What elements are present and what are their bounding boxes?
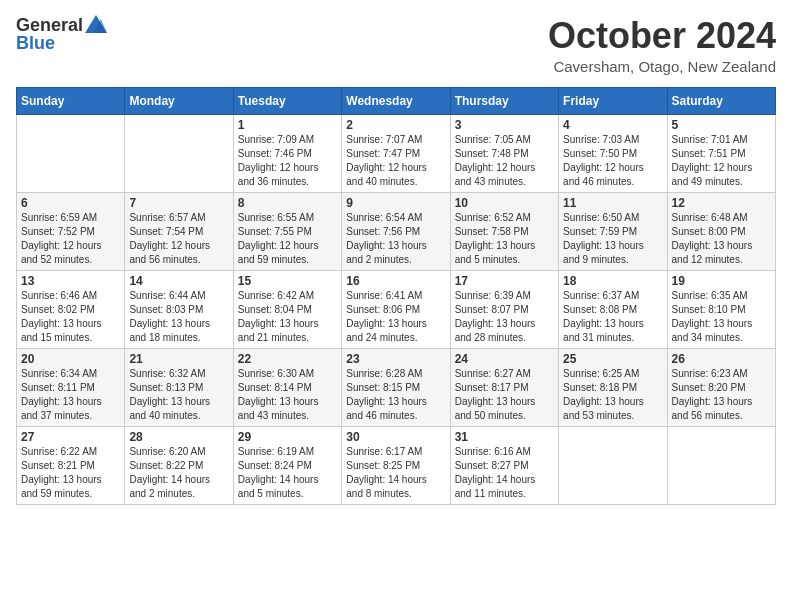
day-number: 19: [672, 274, 771, 288]
calendar-day-cell: 20Sunrise: 6:34 AM Sunset: 8:11 PM Dayli…: [17, 348, 125, 426]
logo-icon: [85, 15, 107, 33]
day-number: 27: [21, 430, 120, 444]
day-number: 15: [238, 274, 337, 288]
day-number: 7: [129, 196, 228, 210]
day-info: Sunrise: 6:42 AM Sunset: 8:04 PM Dayligh…: [238, 289, 337, 345]
calendar-day-cell: 14Sunrise: 6:44 AM Sunset: 8:03 PM Dayli…: [125, 270, 233, 348]
day-number: 21: [129, 352, 228, 366]
calendar-body: 1Sunrise: 7:09 AM Sunset: 7:46 PM Daylig…: [17, 114, 776, 504]
weekday-header-cell: Tuesday: [233, 87, 341, 114]
calendar-day-cell: 11Sunrise: 6:50 AM Sunset: 7:59 PM Dayli…: [559, 192, 667, 270]
calendar-day-cell: 29Sunrise: 6:19 AM Sunset: 8:24 PM Dayli…: [233, 426, 341, 504]
calendar-day-cell: 12Sunrise: 6:48 AM Sunset: 8:00 PM Dayli…: [667, 192, 775, 270]
day-info: Sunrise: 6:41 AM Sunset: 8:06 PM Dayligh…: [346, 289, 445, 345]
logo: General Blue: [16, 16, 107, 52]
calendar-day-cell: 25Sunrise: 6:25 AM Sunset: 8:18 PM Dayli…: [559, 348, 667, 426]
day-info: Sunrise: 6:25 AM Sunset: 8:18 PM Dayligh…: [563, 367, 662, 423]
calendar-day-cell: 1Sunrise: 7:09 AM Sunset: 7:46 PM Daylig…: [233, 114, 341, 192]
calendar-day-cell: 17Sunrise: 6:39 AM Sunset: 8:07 PM Dayli…: [450, 270, 558, 348]
day-info: Sunrise: 6:23 AM Sunset: 8:20 PM Dayligh…: [672, 367, 771, 423]
calendar-day-cell: 15Sunrise: 6:42 AM Sunset: 8:04 PM Dayli…: [233, 270, 341, 348]
day-number: 2: [346, 118, 445, 132]
calendar-day-cell: [17, 114, 125, 192]
day-number: 18: [563, 274, 662, 288]
day-info: Sunrise: 6:35 AM Sunset: 8:10 PM Dayligh…: [672, 289, 771, 345]
calendar-day-cell: 22Sunrise: 6:30 AM Sunset: 8:14 PM Dayli…: [233, 348, 341, 426]
calendar-day-cell: 28Sunrise: 6:20 AM Sunset: 8:22 PM Dayli…: [125, 426, 233, 504]
day-number: 13: [21, 274, 120, 288]
day-number: 23: [346, 352, 445, 366]
day-number: 14: [129, 274, 228, 288]
day-info: Sunrise: 6:20 AM Sunset: 8:22 PM Dayligh…: [129, 445, 228, 501]
day-number: 8: [238, 196, 337, 210]
day-number: 16: [346, 274, 445, 288]
day-info: Sunrise: 6:30 AM Sunset: 8:14 PM Dayligh…: [238, 367, 337, 423]
month-title: October 2024: [548, 16, 776, 56]
day-info: Sunrise: 7:05 AM Sunset: 7:48 PM Dayligh…: [455, 133, 554, 189]
day-info: Sunrise: 6:28 AM Sunset: 8:15 PM Dayligh…: [346, 367, 445, 423]
weekday-header-cell: Saturday: [667, 87, 775, 114]
calendar-day-cell: 6Sunrise: 6:59 AM Sunset: 7:52 PM Daylig…: [17, 192, 125, 270]
calendar-day-cell: 8Sunrise: 6:55 AM Sunset: 7:55 PM Daylig…: [233, 192, 341, 270]
logo-blue-text: Blue: [16, 34, 55, 52]
day-info: Sunrise: 6:16 AM Sunset: 8:27 PM Dayligh…: [455, 445, 554, 501]
weekday-header-row: SundayMondayTuesdayWednesdayThursdayFrid…: [17, 87, 776, 114]
day-info: Sunrise: 6:44 AM Sunset: 8:03 PM Dayligh…: [129, 289, 228, 345]
day-info: Sunrise: 6:57 AM Sunset: 7:54 PM Dayligh…: [129, 211, 228, 267]
calendar-day-cell: [125, 114, 233, 192]
weekday-header-cell: Friday: [559, 87, 667, 114]
calendar-day-cell: 27Sunrise: 6:22 AM Sunset: 8:21 PM Dayli…: [17, 426, 125, 504]
day-info: Sunrise: 6:17 AM Sunset: 8:25 PM Dayligh…: [346, 445, 445, 501]
day-info: Sunrise: 6:39 AM Sunset: 8:07 PM Dayligh…: [455, 289, 554, 345]
day-info: Sunrise: 7:01 AM Sunset: 7:51 PM Dayligh…: [672, 133, 771, 189]
calendar-week-row: 20Sunrise: 6:34 AM Sunset: 8:11 PM Dayli…: [17, 348, 776, 426]
calendar-week-row: 6Sunrise: 6:59 AM Sunset: 7:52 PM Daylig…: [17, 192, 776, 270]
weekday-header-cell: Sunday: [17, 87, 125, 114]
day-number: 6: [21, 196, 120, 210]
calendar-day-cell: 7Sunrise: 6:57 AM Sunset: 7:54 PM Daylig…: [125, 192, 233, 270]
day-number: 28: [129, 430, 228, 444]
calendar-day-cell: 5Sunrise: 7:01 AM Sunset: 7:51 PM Daylig…: [667, 114, 775, 192]
calendar-day-cell: 16Sunrise: 6:41 AM Sunset: 8:06 PM Dayli…: [342, 270, 450, 348]
day-number: 26: [672, 352, 771, 366]
calendar-day-cell: 18Sunrise: 6:37 AM Sunset: 8:08 PM Dayli…: [559, 270, 667, 348]
day-info: Sunrise: 7:03 AM Sunset: 7:50 PM Dayligh…: [563, 133, 662, 189]
logo-general-text: General: [16, 16, 83, 34]
day-info: Sunrise: 6:50 AM Sunset: 7:59 PM Dayligh…: [563, 211, 662, 267]
calendar-week-row: 1Sunrise: 7:09 AM Sunset: 7:46 PM Daylig…: [17, 114, 776, 192]
calendar-day-cell: 2Sunrise: 7:07 AM Sunset: 7:47 PM Daylig…: [342, 114, 450, 192]
calendar-day-cell: 3Sunrise: 7:05 AM Sunset: 7:48 PM Daylig…: [450, 114, 558, 192]
title-area: October 2024 Caversham, Otago, New Zeala…: [548, 16, 776, 75]
location-title: Caversham, Otago, New Zealand: [548, 58, 776, 75]
day-number: 5: [672, 118, 771, 132]
day-number: 20: [21, 352, 120, 366]
calendar-day-cell: 13Sunrise: 6:46 AM Sunset: 8:02 PM Dayli…: [17, 270, 125, 348]
calendar-week-row: 13Sunrise: 6:46 AM Sunset: 8:02 PM Dayli…: [17, 270, 776, 348]
day-number: 10: [455, 196, 554, 210]
weekday-header-cell: Monday: [125, 87, 233, 114]
page-header: General Blue October 2024 Caversham, Ota…: [16, 16, 776, 75]
calendar-day-cell: 26Sunrise: 6:23 AM Sunset: 8:20 PM Dayli…: [667, 348, 775, 426]
day-info: Sunrise: 6:55 AM Sunset: 7:55 PM Dayligh…: [238, 211, 337, 267]
day-number: 29: [238, 430, 337, 444]
day-info: Sunrise: 7:09 AM Sunset: 7:46 PM Dayligh…: [238, 133, 337, 189]
calendar-day-cell: 23Sunrise: 6:28 AM Sunset: 8:15 PM Dayli…: [342, 348, 450, 426]
weekday-header-cell: Thursday: [450, 87, 558, 114]
day-info: Sunrise: 6:54 AM Sunset: 7:56 PM Dayligh…: [346, 211, 445, 267]
day-number: 24: [455, 352, 554, 366]
day-number: 9: [346, 196, 445, 210]
day-info: Sunrise: 6:52 AM Sunset: 7:58 PM Dayligh…: [455, 211, 554, 267]
day-number: 30: [346, 430, 445, 444]
calendar-day-cell: 9Sunrise: 6:54 AM Sunset: 7:56 PM Daylig…: [342, 192, 450, 270]
day-number: 17: [455, 274, 554, 288]
day-info: Sunrise: 6:34 AM Sunset: 8:11 PM Dayligh…: [21, 367, 120, 423]
calendar-day-cell: 10Sunrise: 6:52 AM Sunset: 7:58 PM Dayli…: [450, 192, 558, 270]
day-info: Sunrise: 6:22 AM Sunset: 8:21 PM Dayligh…: [21, 445, 120, 501]
calendar-day-cell: [559, 426, 667, 504]
day-info: Sunrise: 6:59 AM Sunset: 7:52 PM Dayligh…: [21, 211, 120, 267]
calendar-week-row: 27Sunrise: 6:22 AM Sunset: 8:21 PM Dayli…: [17, 426, 776, 504]
calendar-day-cell: 19Sunrise: 6:35 AM Sunset: 8:10 PM Dayli…: [667, 270, 775, 348]
calendar-table: SundayMondayTuesdayWednesdayThursdayFrid…: [16, 87, 776, 505]
day-number: 12: [672, 196, 771, 210]
calendar-day-cell: 21Sunrise: 6:32 AM Sunset: 8:13 PM Dayli…: [125, 348, 233, 426]
